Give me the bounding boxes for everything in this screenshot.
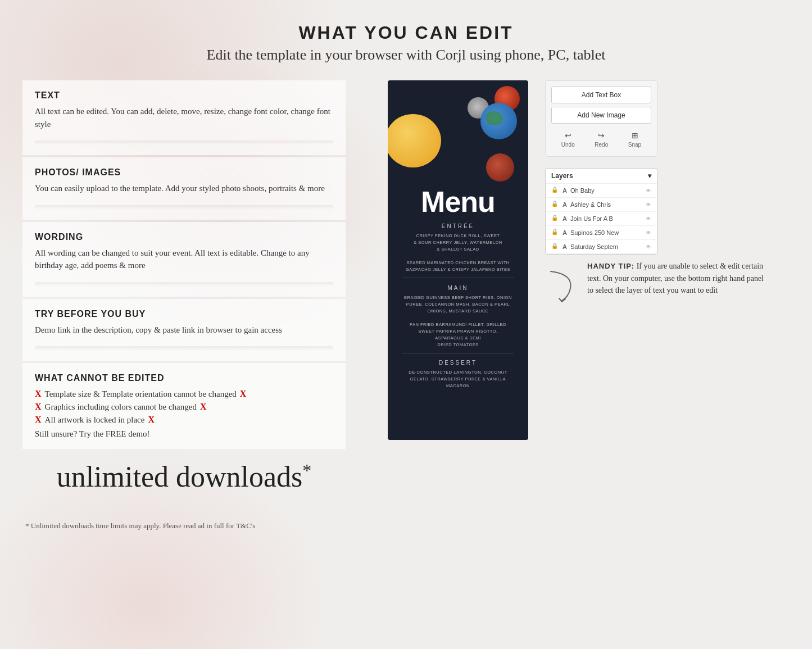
- planet-yellow: [388, 114, 441, 167]
- menu-entree-label: ENTRÉE: [396, 223, 520, 229]
- layers-header: Layers ▾: [546, 169, 657, 184]
- feature-text-section: TEXT All text can be edited. You can add…: [22, 80, 346, 155]
- x-mark-2: X: [35, 402, 42, 412]
- editor-tools: ↩ Undo ↪ Redo ⊞ Snap: [551, 128, 651, 151]
- layer-item-4[interactable]: 🔒 A Supinos 250 New 👁: [546, 226, 657, 240]
- lock-icon-1: 🔒: [551, 187, 559, 194]
- cannot-item-2: X Graphics including colors cannot be ch…: [35, 402, 333, 412]
- menu-main-items: BRAISED GUINNESS BEEF SHORT RIBS, ONION …: [396, 294, 520, 348]
- tool-snap[interactable]: ⊞ Snap: [628, 131, 641, 148]
- editor-column: Add Text Box Add New Image ↩ Undo ↪ Redo: [545, 80, 770, 307]
- tool-redo[interactable]: ↪ Redo: [595, 131, 608, 148]
- menu-entree-items: CRISPY PEKING DUCK ROLL, SWEET & SOUR CH…: [396, 233, 520, 273]
- visibility-icon-2: 👁: [646, 202, 651, 208]
- redo-icon: ↪: [595, 131, 608, 140]
- feature-try-body: Demo link in the description, copy & pas…: [35, 324, 333, 337]
- layers-panel: Layers ▾ 🔒 A Oh Baby 👁 🔒 A Ashley: [545, 168, 657, 255]
- x-mark-3: X: [35, 415, 42, 425]
- x-mark-2-end: X: [200, 402, 207, 412]
- menu-title-area: Menu: [396, 187, 520, 216]
- menu-card: Menu ENTRÉE CRISPY PEKING DUCK ROLL, SWE…: [388, 80, 528, 440]
- feature-photos-section: PHOTOS/ IMAGES You can easily upload to …: [22, 157, 346, 220]
- layer-item-2[interactable]: 🔒 A Ashley & Chris 👁: [546, 198, 657, 212]
- planet-earth: [480, 103, 517, 139]
- menu-dessert-label: DESSERT: [396, 360, 520, 366]
- add-text-box-button[interactable]: Add Text Box: [551, 87, 651, 103]
- asterisk: *: [302, 460, 311, 480]
- cannot-item-3: X All artwork is locked in place X: [35, 415, 333, 425]
- lock-icon-3: 🔒: [551, 215, 559, 223]
- feature-text-title: TEXT: [35, 90, 333, 101]
- menu-main-label: MAIN: [396, 285, 520, 291]
- right-column: Menu ENTRÉE CRISPY PEKING DUCK ROLL, SWE…: [368, 80, 790, 440]
- snap-icon: ⊞: [628, 131, 641, 140]
- handy-tip-area: HANDY TIP: If you are unable to select &…: [545, 260, 770, 307]
- menu-divider-2: [402, 353, 514, 353]
- lock-icon-5: 🔒: [551, 243, 559, 251]
- menu-divider-1: [402, 278, 514, 278]
- arrow-icon: [545, 266, 579, 307]
- left-column: TEXT All text can be edited. You can add…: [22, 80, 346, 530]
- visibility-icon-3: 👁: [646, 216, 651, 222]
- visibility-icon-5: 👁: [646, 244, 651, 250]
- feature-try-section: TRY BEFORE YOU BUY Demo link in the desc…: [22, 299, 346, 361]
- handy-tip-label: HANDY TIP:: [587, 262, 634, 270]
- tool-undo[interactable]: ↩ Undo: [561, 131, 575, 148]
- feature-photos-body: You can easily upload to the template. A…: [35, 182, 333, 195]
- layer-item-3[interactable]: 🔒 A Join Us For A B 👁: [546, 212, 657, 226]
- unlimited-downloads: unlimited downloads*: [22, 460, 346, 493]
- undo-icon: ↩: [561, 131, 575, 140]
- planet-red-mid: [486, 153, 514, 181]
- header: WHAT YOU CAN EDIT Edit the template in y…: [22, 22, 790, 63]
- still-unsure-text: Still unsure? Try the FREE demo!: [35, 429, 333, 439]
- feature-wording-body: All wording can be changed to suit your …: [35, 247, 333, 272]
- x-mark-3-end: X: [148, 415, 155, 425]
- page-title: WHAT YOU CAN EDIT: [22, 22, 790, 43]
- feature-wording-section: WORDING All wording can be changed to su…: [22, 222, 346, 297]
- redo-label: Redo: [595, 142, 608, 148]
- handy-tip-text: HANDY TIP: If you are unable to select &…: [587, 260, 770, 297]
- undo-label: Undo: [561, 142, 575, 148]
- visibility-icon-4: 👁: [646, 230, 651, 236]
- lock-icon-4: 🔒: [551, 229, 559, 237]
- cannot-edit-section: WHAT CANNOT BE EDITED X Template size & …: [22, 363, 346, 449]
- feature-wording-title: WORDING: [35, 232, 333, 242]
- feature-text-body: All text can be edited. You can add, del…: [35, 105, 333, 130]
- lock-icon-2: 🔒: [551, 201, 559, 208]
- visibility-icon-1: 👁: [646, 188, 651, 194]
- page-subtitle: Edit the template in your browser with C…: [22, 47, 790, 63]
- planet-earth-land: [486, 111, 503, 125]
- menu-big-title: Menu: [396, 187, 520, 216]
- layers-chevron[interactable]: ▾: [648, 172, 651, 180]
- x-mark-1-end: X: [240, 389, 247, 399]
- snap-label: Snap: [628, 142, 641, 148]
- cannot-item-1: X Template size & Template orientation c…: [35, 389, 333, 399]
- menu-dessert-items: DE-CONSTRUCTED LAMINGTON, COCONUT GELATO…: [396, 369, 520, 389]
- editor-mockup: Add Text Box Add New Image ↩ Undo ↪ Redo: [545, 80, 657, 157]
- disclaimer: * Unlimited downloads time limits may ap…: [22, 521, 346, 530]
- layer-item-1[interactable]: 🔒 A Oh Baby 👁: [546, 184, 657, 198]
- right-top: Menu ENTRÉE CRISPY PEKING DUCK ROLL, SWE…: [388, 80, 770, 440]
- cannot-edit-title: WHAT CANNOT BE EDITED: [35, 373, 333, 383]
- feature-try-title: TRY BEFORE YOU BUY: [35, 309, 333, 319]
- feature-photos-title: PHOTOS/ IMAGES: [35, 167, 333, 178]
- add-new-image-button[interactable]: Add New Image: [551, 107, 651, 124]
- layer-item-5[interactable]: 🔒 A Saturday Septem 👁: [546, 240, 657, 254]
- x-mark-1: X: [35, 389, 42, 399]
